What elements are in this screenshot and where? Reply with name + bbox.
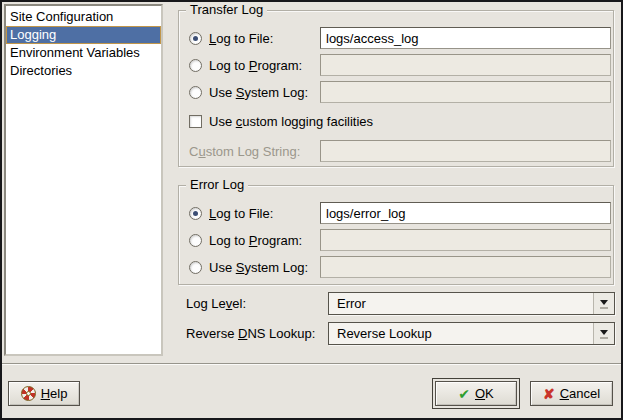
cancel-button-label: Cancel — [560, 386, 600, 401]
error-log-to-program-radio[interactable] — [189, 234, 202, 247]
error-log-to-program-label[interactable]: Log to Program: — [209, 233, 302, 248]
error-log-file-input[interactable] — [320, 202, 611, 224]
dropdown-arrow-icon[interactable] — [593, 293, 614, 314]
transfer-log-program-input — [320, 54, 611, 76]
transfer-use-system-log-radio[interactable] — [189, 86, 202, 99]
cancel-x-icon: ✘ — [543, 387, 555, 401]
error-log-frame: Error Log Log to File: Log to Program: U… — [178, 185, 614, 285]
error-log-to-file-radio[interactable] — [189, 207, 202, 220]
cancel-button[interactable]: ✘ Cancel — [530, 381, 613, 406]
help-lifebuoy-icon — [21, 386, 36, 401]
logging-config-dialog: Site Configuration Logging Environment V… — [0, 0, 623, 420]
custom-log-string-input — [320, 140, 611, 162]
transfer-log-to-program-radio[interactable] — [189, 59, 202, 72]
transfer-system-log-input — [320, 81, 611, 103]
sidebar-item-environment-variables[interactable]: Environment Variables — [6, 44, 161, 62]
log-level-label: Log Level: — [186, 292, 246, 315]
dropdown-arrow-icon[interactable] — [593, 323, 614, 344]
sidebar-item-site-configuration[interactable]: Site Configuration — [6, 8, 161, 26]
transfer-log-file-input[interactable] — [320, 27, 611, 49]
help-button[interactable]: Help — [8, 381, 80, 406]
help-button-label: Help — [41, 386, 68, 401]
error-log-program-input — [320, 229, 611, 251]
ok-button[interactable]: ✔ OK — [435, 381, 517, 406]
transfer-log-frame-title: Transfer Log — [186, 2, 267, 17]
ok-check-icon: ✔ — [458, 387, 470, 401]
custom-logging-checkbox-label[interactable]: Use custom logging facilities — [209, 114, 373, 129]
category-list: Site Configuration Logging Environment V… — [4, 4, 163, 356]
reverse-dns-value: Reverse Lookup — [329, 323, 614, 344]
sidebar-item-directories[interactable]: Directories — [6, 62, 161, 80]
reverse-dns-dropdown[interactable]: Reverse Lookup — [328, 322, 615, 345]
error-log-frame-title: Error Log — [186, 177, 248, 192]
error-use-system-log-label[interactable]: Use System Log: — [209, 260, 308, 275]
ok-button-label: OK — [475, 386, 494, 401]
transfer-log-to-file-label[interactable]: Log to File: — [209, 31, 273, 46]
error-system-log-input — [320, 256, 611, 278]
sidebar-item-logging[interactable]: Logging — [6, 26, 161, 44]
log-level-value: Error — [329, 293, 614, 314]
transfer-log-frame: Transfer Log Log to File: Log to Program… — [178, 10, 614, 167]
custom-logging-checkbox[interactable] — [189, 115, 202, 128]
log-level-dropdown[interactable]: Error — [328, 292, 615, 315]
custom-log-string-label: Custom Log String: — [189, 144, 300, 159]
error-use-system-log-radio[interactable] — [189, 261, 202, 274]
transfer-log-to-program-label[interactable]: Log to Program: — [209, 58, 302, 73]
error-log-to-file-label[interactable]: Log to File: — [209, 206, 273, 221]
transfer-use-system-log-label[interactable]: Use System Log: — [209, 85, 308, 100]
reverse-dns-label: Reverse DNS Lookup: — [186, 322, 315, 345]
transfer-log-to-file-radio[interactable] — [189, 32, 202, 45]
button-separator — [2, 363, 621, 365]
